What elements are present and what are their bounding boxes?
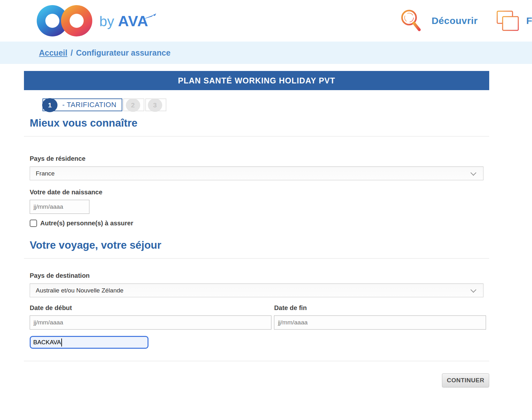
logo-by-text: by [99, 13, 114, 29]
header: by AVA Découvrir [0, 0, 532, 42]
search-icon [399, 8, 423, 34]
start-date-input[interactable]: jj/mm/aaaa [30, 315, 271, 330]
step-2-number: 2 [126, 98, 140, 112]
chevron-down-icon [470, 287, 476, 292]
other-persons-row[interactable]: Autre(s) personne(s) à assurer [30, 220, 483, 227]
breadcrumb-separator: / [71, 48, 73, 58]
step-indicator: 1 - TARIFICATION 2 3 [42, 98, 489, 111]
dates-inputs-row: jj/mm/aaaa jj/mm/aaaa [30, 312, 483, 330]
partial-nav-label[interactable]: F [526, 15, 532, 26]
step-2[interactable]: 2 [123, 98, 144, 111]
divider [24, 361, 489, 361]
birthdate-label: Votre date de naissance [30, 189, 483, 196]
end-date-label: Date de fin [274, 304, 486, 312]
start-date-label: Date de début [30, 304, 271, 312]
other-persons-checkbox[interactable] [30, 220, 37, 227]
start-date-placeholder: jj/mm/aaaa [34, 319, 63, 326]
step-3[interactable]: 3 [145, 98, 166, 111]
promo-code-value: BACKAVA [33, 339, 61, 346]
residence-label: Pays de résidence [30, 155, 483, 162]
product-sheets-button[interactable] [496, 10, 519, 31]
header-nav: Découvrir [399, 8, 532, 34]
form-area: Pays de résidence France Votre date de n… [24, 155, 489, 227]
trip-form-area: Pays de destination Australie et/ou Nouv… [24, 272, 489, 349]
end-date-input[interactable]: jj/mm/aaaa [274, 315, 486, 330]
step-1-number: 1 [42, 98, 57, 112]
go-by-ava-logo[interactable]: by AVA [37, 5, 148, 36]
main-container: PLAN SANTÉ WORKING HOLIDAY PVT 1 - TARIF… [24, 71, 489, 387]
step-3-number: 3 [148, 98, 162, 112]
residence-select[interactable]: France [30, 167, 483, 180]
stacked-windows-icon [496, 10, 519, 31]
chevron-down-icon [470, 170, 476, 175]
logo-ring-o-icon [61, 5, 92, 36]
destination-label: Pays de destination [30, 272, 483, 279]
residence-value: France [36, 170, 55, 177]
actions-bar: CONTINUER [24, 373, 489, 387]
logo-rings-icon [37, 5, 92, 36]
dates-labels-row: Date de début Date de fin [30, 304, 483, 312]
step-1-tarification[interactable]: 1 - TARIFICATION [42, 98, 122, 111]
birthdate-placeholder: jj/mm/aaaa [34, 203, 63, 210]
plan-title-banner: PLAN SANTÉ WORKING HOLIDAY PVT [24, 71, 489, 90]
breadcrumb-current: Configurateur assurance [76, 48, 171, 58]
birthdate-input[interactable]: jj/mm/aaaa [30, 200, 89, 214]
divider [24, 258, 489, 259]
step-1-label: - TARIFICATION [62, 101, 117, 109]
section-heading-know-you: Mieux vous connaître [30, 117, 489, 129]
plane-swoosh-icon [140, 13, 157, 21]
divider [24, 136, 489, 136]
plan-title: PLAN SANTÉ WORKING HOLIDAY PVT [178, 76, 335, 85]
breadcrumb: Accueil / Configurateur assurance [0, 42, 532, 64]
end-date-placeholder: jj/mm/aaaa [278, 319, 308, 326]
discover-link[interactable]: Découvrir [399, 8, 478, 34]
discover-label: Découvrir [431, 15, 478, 26]
continue-button[interactable]: CONTINUER [442, 373, 489, 387]
text-cursor [61, 338, 62, 346]
promo-code-input[interactable]: BACKAVA [30, 336, 148, 349]
logo-text: by AVA [99, 12, 148, 30]
destination-select[interactable]: Australie et/ou Nouvelle Zélande [30, 284, 483, 297]
section-heading-your-trip: Votre voyage, votre séjour [30, 239, 489, 251]
breadcrumb-home-link[interactable]: Accueil [39, 48, 67, 58]
other-persons-label: Autre(s) personne(s) à assurer [40, 220, 133, 227]
destination-value: Australie et/ou Nouvelle Zélande [36, 287, 124, 294]
